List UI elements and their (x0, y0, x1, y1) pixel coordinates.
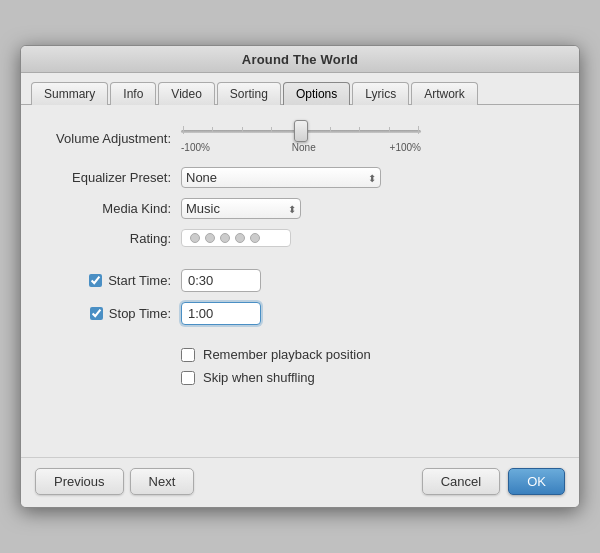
rating-field[interactable] (181, 229, 291, 247)
media-kind-row: Media Kind: Music Podcast Audiobook Movi… (41, 198, 559, 219)
bottom-right-buttons: Cancel OK (422, 468, 565, 495)
stop-time-label: Stop Time: (109, 306, 171, 321)
stop-time-input[interactable] (181, 302, 261, 325)
media-kind-select-wrapper[interactable]: Music Podcast Audiobook Movie TV Show (181, 198, 301, 219)
rating-dot-2[interactable] (205, 233, 215, 243)
start-time-checkbox[interactable] (89, 274, 102, 287)
next-button[interactable]: Next (130, 468, 195, 495)
start-time-input[interactable] (181, 269, 261, 292)
tab-sorting[interactable]: Sorting (217, 82, 281, 105)
start-time-label-area: Start Time: (41, 273, 171, 288)
remember-playback-row: Remember playback position (181, 347, 559, 362)
tab-info[interactable]: Info (110, 82, 156, 105)
media-kind-label: Media Kind: (41, 201, 171, 216)
volume-thumb[interactable] (294, 120, 308, 142)
rating-label: Rating: (41, 231, 171, 246)
remember-playback-label: Remember playback position (203, 347, 371, 362)
volume-min-label: -100% (181, 142, 210, 153)
window-title: Around The World (242, 52, 358, 67)
tab-lyrics[interactable]: Lyrics (352, 82, 409, 105)
start-time-row: Start Time: (41, 269, 559, 292)
skip-shuffle-checkbox[interactable] (181, 371, 195, 385)
start-time-label: Start Time: (108, 273, 171, 288)
volume-label: Volume Adjustment: (41, 131, 171, 146)
previous-button[interactable]: Previous (35, 468, 124, 495)
rating-dot-4[interactable] (235, 233, 245, 243)
equalizer-select[interactable]: None Acoustic Bass Booster Classical Jaz… (181, 167, 381, 188)
equalizer-row: Equalizer Preset: None Acoustic Bass Boo… (41, 167, 559, 188)
volume-slider-track[interactable] (181, 123, 421, 139)
volume-row: Volume Adjustment: (41, 123, 559, 153)
cancel-button[interactable]: Cancel (422, 468, 500, 495)
stop-time-row: Stop Time: (41, 302, 559, 325)
tab-bar: Summary Info Video Sorting Options Lyric… (21, 73, 579, 105)
tab-summary[interactable]: Summary (31, 82, 108, 105)
volume-center-label: None (292, 142, 316, 153)
volume-max-label: +100% (390, 142, 421, 153)
tab-artwork[interactable]: Artwork (411, 82, 478, 105)
skip-shuffle-label: Skip when shuffling (203, 370, 315, 385)
content-area: Volume Adjustment: (21, 105, 579, 457)
rating-dot-5[interactable] (250, 233, 260, 243)
bottom-left-buttons: Previous Next (35, 468, 194, 495)
ok-button[interactable]: OK (508, 468, 565, 495)
equalizer-label: Equalizer Preset: (41, 170, 171, 185)
tab-options[interactable]: Options (283, 82, 350, 105)
remember-playback-checkbox[interactable] (181, 348, 195, 362)
rating-dot-1[interactable] (190, 233, 200, 243)
media-kind-select[interactable]: Music Podcast Audiobook Movie TV Show (181, 198, 301, 219)
bottom-bar: Previous Next Cancel OK (21, 457, 579, 507)
stop-time-checkbox[interactable] (90, 307, 103, 320)
rating-row: Rating: (41, 229, 559, 247)
rating-dot-3[interactable] (220, 233, 230, 243)
stop-time-label-area: Stop Time: (41, 306, 171, 321)
skip-shuffle-row: Skip when shuffling (181, 370, 559, 385)
equalizer-select-wrapper[interactable]: None Acoustic Bass Booster Classical Jaz… (181, 167, 381, 188)
tab-video[interactable]: Video (158, 82, 214, 105)
main-window: Around The World Summary Info Video Sort… (20, 45, 580, 508)
slider-line (181, 130, 421, 133)
title-bar: Around The World (21, 46, 579, 73)
